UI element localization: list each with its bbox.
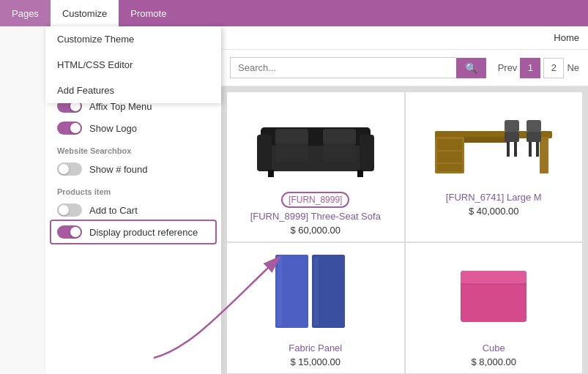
svg-rect-7	[323, 143, 356, 162]
svg-rect-8	[268, 170, 274, 177]
product-image-cube	[412, 249, 577, 337]
menu-html-css-editor[interactable]: HTML/CSS Editor	[45, 52, 221, 78]
toggle-show-logo-row: Show Logo	[45, 117, 221, 139]
product-card-fabric[interactable]: Fabric Panel $ 15,000.00	[227, 243, 404, 373]
product-ref-badge-sofa: [FURN_8999]	[281, 192, 349, 208]
product-image-fabric	[233, 249, 398, 337]
nav-customize[interactable]: Customize	[51, 0, 119, 26]
product-name-cube: Cube	[412, 343, 577, 354]
toggle-show-found-label: Show # found	[89, 164, 148, 175]
product-price-fabric: $ 15,000.00	[290, 356, 340, 367]
toggle-add-to-cart-row: Add to Cart	[45, 199, 221, 221]
toggle-show-logo[interactable]	[57, 121, 82, 135]
product-name-fabric: Fabric Panel	[233, 343, 398, 354]
product-card-desk[interactable]: [FURN_6741] Large M $ 40,000.00	[406, 92, 583, 242]
search-button[interactable]: 🔍	[456, 58, 486, 78]
menu-customize-theme[interactable]: Customize Theme	[45, 26, 221, 52]
svg-rect-3	[360, 135, 374, 171]
search-input[interactable]	[230, 57, 456, 78]
toggle-show-found[interactable]	[57, 162, 82, 176]
svg-rect-30	[461, 271, 526, 284]
pagination: Prev 1 2 Ne	[498, 58, 579, 78]
svg-rect-15	[437, 164, 462, 171]
nav-promote[interactable]: Promote	[119, 0, 178, 26]
main-content: Home 🔍 Prev 1 2 Ne	[221, 26, 588, 374]
product-image-sofa	[233, 98, 398, 186]
svg-rect-14	[437, 152, 462, 162]
product-grid: [FURN_8999] [FURN_8999] Three-Seat Sofa …	[221, 86, 588, 374]
prev-label: Prev	[498, 62, 518, 73]
toggle-add-to-cart[interactable]	[57, 203, 82, 217]
toggle-add-to-cart-label: Add to Cart	[89, 205, 138, 216]
product-card-sofa[interactable]: [FURN_8999] [FURN_8999] Three-Seat Sofa …	[227, 92, 404, 242]
svg-rect-5	[323, 129, 356, 145]
toggle-show-found-row: Show # found	[45, 158, 221, 180]
section-label-searchbox: Website Searchbox	[45, 139, 221, 158]
product-price-desk: $ 40,000.00	[469, 206, 519, 217]
svg-rect-20	[526, 132, 541, 142]
product-image-desk	[412, 98, 577, 186]
svg-rect-9	[357, 170, 363, 177]
svg-rect-2	[257, 135, 272, 171]
menu-add-features[interactable]: Add Features	[45, 78, 221, 103]
top-nav: Pages Customize Promote	[0, 0, 588, 26]
product-price-cube: $ 8,000.00	[472, 356, 516, 367]
svg-rect-23	[529, 142, 532, 157]
search-bar: 🔍 Prev 1 2 Ne	[221, 50, 588, 86]
dropdown-menu: Customize Theme HTML/CSS Editor Add Feat…	[45, 26, 221, 103]
svg-rect-27	[278, 257, 282, 326]
svg-rect-24	[536, 142, 539, 157]
product-price-sofa: $ 60,000.00	[290, 225, 340, 236]
svg-rect-4	[275, 129, 308, 145]
svg-rect-18	[526, 120, 541, 132]
breadcrumb-bar: Home	[221, 26, 588, 50]
page-2-button[interactable]: 2	[543, 58, 564, 78]
svg-rect-13	[437, 139, 462, 150]
svg-rect-17	[505, 120, 519, 132]
nav-pages[interactable]: Pages	[0, 0, 51, 26]
page-1-button[interactable]: 1	[520, 58, 540, 78]
toggle-show-logo-label: Show Logo	[89, 123, 137, 134]
product-card-cube[interactable]: Cube $ 8,000.00	[406, 243, 583, 373]
next-label: Ne	[567, 62, 579, 73]
svg-rect-22	[514, 142, 517, 157]
product-name-desk: [FURN_6741] Large M	[412, 192, 577, 203]
toggle-display-product-ref-label: Display product reference	[89, 227, 198, 238]
toggle-display-product-ref-row: Display product reference	[51, 221, 215, 243]
svg-rect-19	[505, 132, 519, 142]
svg-rect-6	[275, 143, 308, 162]
svg-rect-16	[540, 137, 548, 173]
svg-rect-28	[314, 257, 319, 326]
breadcrumb: Home	[554, 32, 579, 43]
toggle-display-product-ref[interactable]	[57, 225, 82, 239]
product-name-sofa: [FURN_8999] Three-Seat Sofa	[233, 211, 398, 222]
svg-rect-21	[507, 142, 510, 157]
section-label-products-item: Products item	[45, 180, 221, 199]
